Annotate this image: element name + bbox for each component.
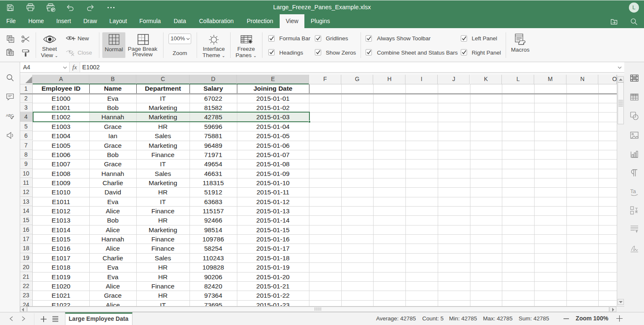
svg-text:Ta: Ta bbox=[630, 188, 636, 194]
svg-text:ABC: ABC bbox=[6, 113, 14, 118]
